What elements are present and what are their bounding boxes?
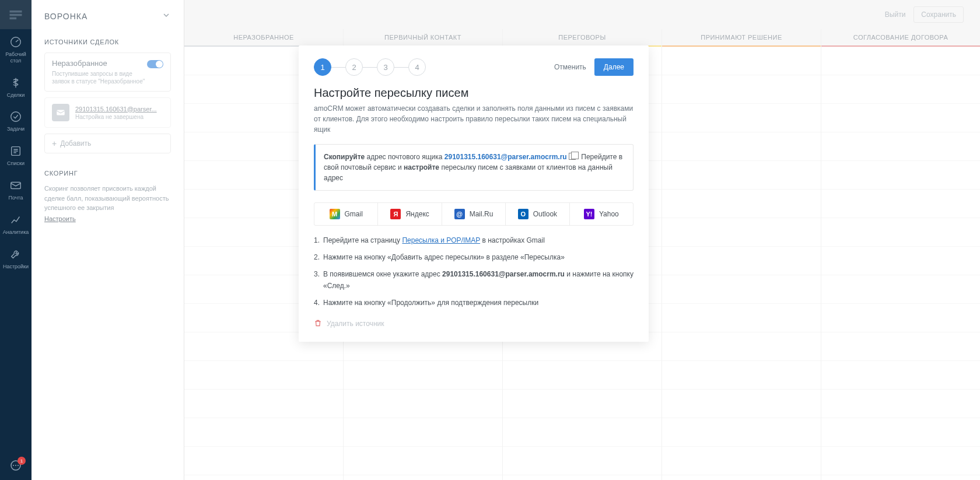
provider-yahoo[interactable]: Y! Yahoo: [570, 203, 633, 225]
delete-label: Удалить источник: [327, 320, 384, 328]
pipe-head[interactable]: НЕРАЗОБРАННОЕ: [184, 29, 343, 47]
nav-rail: Рабочийстол Сделки Задачи Списки Почта А…: [0, 0, 32, 480]
nav-label: Аналитика: [3, 229, 29, 236]
top-actions: Выйти Сохранить: [885, 0, 964, 29]
nav-deals[interactable]: Сделки: [0, 70, 32, 104]
unsorted-card[interactable]: Неразобранное Поступившие запросы в виде…: [44, 52, 171, 92]
pipe-head[interactable]: СОГЛАСОВАНИЕ ДОГОВОРА: [821, 29, 980, 47]
scoring-desc: Скоринг позволяет присвоить каждой сделк…: [44, 184, 171, 213]
info-copy-word: Скопируйте: [324, 153, 365, 161]
info-box: Скопируйте адрес почтового ящика 2910131…: [314, 144, 634, 191]
pipe-head[interactable]: ПРИНИМАЮТ РЕШЕНИЕ: [662, 29, 821, 47]
cancel-button[interactable]: Отменить: [554, 63, 586, 71]
provider-label: Mail.Ru: [470, 210, 494, 218]
setup-modal: 1 2 3 4 Отменить Далее Настройте пересыл…: [299, 45, 649, 342]
logout-link[interactable]: Выйти: [885, 10, 906, 19]
save-button[interactable]: Сохранить: [914, 6, 964, 23]
delete-source-button[interactable]: Удалить источник: [314, 319, 634, 329]
plus-icon: +: [52, 139, 57, 148]
step-4[interactable]: 4: [408, 58, 426, 76]
sidebar-header[interactable]: ВОРОНКА: [44, 10, 171, 22]
nav-tasks[interactable]: Задачи: [0, 104, 32, 138]
dollar-icon: [9, 76, 23, 90]
add-label: Добавить: [60, 139, 91, 148]
provider-label: Gmail: [345, 210, 363, 218]
nav-analytics[interactable]: Аналитика: [0, 207, 32, 241]
info-email[interactable]: 29101315.160631@parser.amocrm.ru: [444, 153, 567, 161]
provider-mailru[interactable]: @ Mail.Ru: [442, 203, 506, 225]
mailru-icon: @: [454, 209, 465, 219]
check-circle-icon: [9, 110, 23, 124]
sources-heading: ИСТОЧНИКИ СДЕЛОК: [44, 38, 171, 45]
stepper: 1 2 3 4: [314, 58, 426, 76]
instr-text: в настройках Gmail: [480, 236, 545, 244]
chevron-down-icon: [162, 10, 171, 22]
nav-dashboard[interactable]: Рабочийстол: [0, 29, 32, 70]
svg-rect-8: [57, 110, 65, 115]
pipe-col-decision: ПРИНИМАЮТ РЕШЕНИЕ: [662, 29, 821, 480]
nav-mail[interactable]: Почта: [0, 173, 32, 207]
avatar[interactable]: [0, 0, 32, 29]
wrench-icon: [9, 247, 23, 261]
unsorted-toggle[interactable]: [147, 60, 163, 68]
list-icon: [9, 144, 23, 158]
yandex-icon: Я: [390, 209, 401, 219]
pipe-head[interactable]: ПЕРЕГОВОРЫ: [503, 29, 662, 47]
chat-badge: 1: [18, 457, 26, 465]
svg-rect-6: [11, 182, 21, 188]
outlook-icon: O: [518, 209, 528, 219]
provider-yandex[interactable]: Я Яндекс: [378, 203, 442, 225]
svg-rect-0: [10, 10, 22, 13]
instr-email: 29101315.160631@parser.amocrm.ru: [442, 270, 565, 278]
funnel-title: ВОРОНКА: [44, 12, 88, 21]
info-text: адрес почтового ящика: [365, 153, 444, 161]
nav-label: Рабочийстол: [5, 51, 26, 64]
pipe-head[interactable]: ПЕРВИЧНЫЙ КОНТАКТ: [344, 29, 502, 47]
instr-text: Нажмите на кнопку «Добавить адрес пересы…: [323, 252, 634, 263]
instr-text: Нажмите на кнопку «Продолжить» для подтв…: [323, 297, 634, 309]
yahoo-icon: Y!: [584, 209, 594, 219]
trash-icon: [314, 319, 322, 329]
nav-label: Настройки: [3, 264, 29, 270]
instr-text: Перейдите на страницу: [323, 236, 402, 244]
step-2[interactable]: 2: [345, 58, 363, 76]
modal-desc: amoCRM может автоматически создавать сде…: [314, 103, 634, 135]
nav-label: Задачи: [7, 126, 24, 132]
chart-icon: [9, 213, 23, 227]
gmail-icon: M: [330, 209, 340, 219]
pipe-col-contract: СОГЛАСОВАНИЕ ДОГОВОРА: [821, 29, 980, 480]
nav-settings[interactable]: Настройки: [0, 241, 32, 276]
info-setup-word: настройте: [404, 163, 439, 171]
mail-icon: [9, 178, 23, 192]
gauge-icon: [9, 35, 23, 49]
provider-outlook[interactable]: O Outlook: [506, 203, 569, 225]
provider-label: Yahoo: [599, 210, 619, 218]
pop-imap-link[interactable]: Пересылка и POP/IMAP: [402, 236, 480, 244]
pipe-body: [662, 47, 821, 480]
step-1[interactable]: 1: [314, 58, 331, 76]
provider-tabs: M Gmail Я Яндекс @ Mail.Ru O Outlook Y! …: [314, 202, 634, 226]
unsorted-title: Неразобранное: [52, 59, 147, 68]
unsorted-desc: Поступившие запросы в виде заявок в стат…: [52, 70, 147, 85]
email-source-card[interactable]: 29101315.160631@parser... Настройка не з…: [44, 97, 171, 128]
nav-label: Почта: [9, 195, 23, 201]
svg-rect-1: [10, 14, 22, 16]
copy-icon[interactable]: [569, 153, 576, 160]
nav-label: Сделки: [7, 92, 25, 99]
step-3[interactable]: 3: [377, 58, 394, 76]
instruction-list: 1.Перейдите на страницу Пересылка и POP/…: [314, 235, 634, 309]
email-source-status: Настройка не завершена: [75, 114, 157, 120]
envelope-icon: [52, 104, 69, 121]
svg-point-4: [11, 112, 21, 122]
nav-chat[interactable]: 1: [0, 452, 32, 480]
provider-gmail[interactable]: M Gmail: [314, 203, 378, 225]
next-button[interactable]: Далее: [594, 58, 634, 76]
scoring-setup-link[interactable]: Настроить: [44, 215, 76, 222]
svg-rect-2: [10, 17, 17, 19]
provider-label: Outlook: [533, 210, 557, 218]
scoring-heading: СКОРИНГ: [44, 170, 171, 177]
add-source-button[interactable]: + Добавить: [44, 134, 171, 153]
provider-label: Яндекс: [405, 210, 429, 218]
sidebar: ВОРОНКА ИСТОЧНИКИ СДЕЛОК Неразобранное П…: [32, 0, 184, 480]
nav-lists[interactable]: Списки: [0, 138, 32, 173]
